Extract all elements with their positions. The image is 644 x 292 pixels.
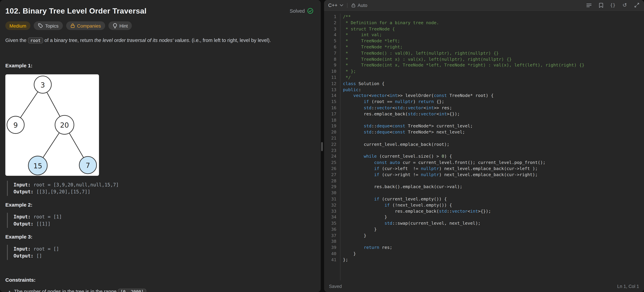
code-lines[interactable]: /** * Definition for a binary tree node.… [340,13,644,281]
autosave-indicator[interactable]: Auto [351,3,367,7]
leetcode-workspace: 102. Binary Tree Level Order Traversal S… [0,0,644,292]
lightbulb-icon [112,23,117,28]
description-text: . (i.e., from left to right, level by le… [189,37,271,43]
tree-figure: 3920157 [6,74,99,176]
example-1-io: Input: root = [3,9,20,null,null,15,7] Ou… [7,181,313,196]
output-value: [] [34,253,42,259]
solved-check-icon [307,8,313,14]
inline-code-range: [0, 2000] [118,289,146,292]
hint-chip[interactable]: Hint [108,21,132,30]
chevron-down-icon [340,4,343,6]
header-divider [347,3,347,7]
problem-title: 102. Binary Tree Level Order Traversal [6,6,146,15]
bookmark-icon[interactable] [598,2,604,8]
reset-glyph: ↺ [622,2,627,8]
topics-label: Topics [45,23,58,28]
tag-icon [38,23,43,28]
svg-text:7: 7 [86,161,90,170]
example-output-line: Output: [[1]] [14,220,313,227]
editor-header: C++ Auto [324,0,644,11]
saved-status: Saved [329,284,342,289]
example-1-label: Example 1: [6,63,314,68]
fullscreen-icon[interactable] [633,2,640,8]
input-value: root = [1] [31,214,62,220]
line-numbers: 1234567891011121314151617181920212223242… [324,13,340,281]
description-text: of a binary tree, return [43,37,94,43]
output-label: Output: [14,253,34,259]
example-3-io: Input: root = [] Output: [] [7,245,313,260]
example-3-label: Example 3: [6,234,314,240]
problem-content: 102. Binary Tree Level Order Traversal S… [0,0,321,292]
hint-label: Hint [119,23,128,28]
autosave-label: Auto [358,3,367,7]
difficulty-badge[interactable]: Medium [6,21,30,30]
companies-chip[interactable]: Companies [66,21,105,30]
problem-panel: 102. Binary Tree Level Order Traversal S… [0,0,321,292]
input-value: root = [3,9,20,null,null,15,7] [31,182,119,188]
svg-text:3: 3 [40,81,45,89]
svg-text:9: 9 [13,121,18,129]
cursor-position: Ln 1, Col 1 [617,284,639,289]
solved-status[interactable]: Solved [290,8,313,14]
description-emphasis: the level order traversal of its nodes' … [94,37,189,43]
language-label: C++ [328,2,338,8]
constraint-item: • The number of nodes in the tree is in … [9,288,313,292]
svg-text:20: 20 [60,121,69,129]
constraints-label: Constraints: [6,277,314,283]
editor-status-bar: Saved Ln 1, Col 1 [324,281,644,292]
output-value: [[3],[9,20],[15,7]] [34,189,90,194]
language-selector[interactable]: C++ [328,2,343,8]
output-label: Output: [14,221,34,227]
editor-panel: C++ Auto [324,0,644,292]
tags-row: Medium Topics Companies [6,21,314,30]
lock-icon [70,23,75,28]
format-code-icon[interactable]: {} [610,2,616,8]
svg-text:15: 15 [33,162,42,170]
difficulty-label: Medium [10,23,26,28]
inline-code-root: root [28,37,43,43]
constraint-text: The number of nodes in the tree is in th… [14,288,148,292]
companies-label: Companies [77,23,101,28]
example-output-line: Output: [[3],[9,20],[15,7]] [14,188,313,195]
output-value: [[1]] [34,221,50,227]
example-2-label: Example 2: [6,202,314,208]
problem-description: Given the root of a binary tree, return … [6,37,314,44]
tree-svg: 3920157 [6,74,99,176]
notes-icon[interactable] [586,2,592,8]
input-label: Input: [14,182,31,188]
lock-icon [351,3,356,7]
input-label: Input: [14,246,31,252]
example-input-line: Input: root = [3,9,20,null,null,15,7] [14,182,313,188]
bullet-dot: • [9,288,10,292]
output-label: Output: [14,189,34,194]
reset-code-icon[interactable]: ↺ [622,2,628,8]
example-2-io: Input: root = [1] Output: [[1]] [7,213,313,228]
braces-glyph: {} [610,2,616,8]
code-editor[interactable]: 1234567891011121314151617181920212223242… [324,11,644,281]
solved-label: Solved [290,8,305,14]
topics-chip[interactable]: Topics [34,21,63,30]
input-label: Input: [14,214,31,220]
example-input-line: Input: root = [] [14,246,313,253]
editor-header-actions: {} ↺ [586,2,640,8]
title-row: 102. Binary Tree Level Order Traversal S… [6,6,314,15]
example-output-line: Output: [] [14,253,313,259]
input-value: root = [] [31,246,59,252]
example-input-line: Input: root = [1] [14,214,313,220]
description-text: Given the [6,37,28,43]
panel-resize-handle[interactable] [321,142,323,151]
